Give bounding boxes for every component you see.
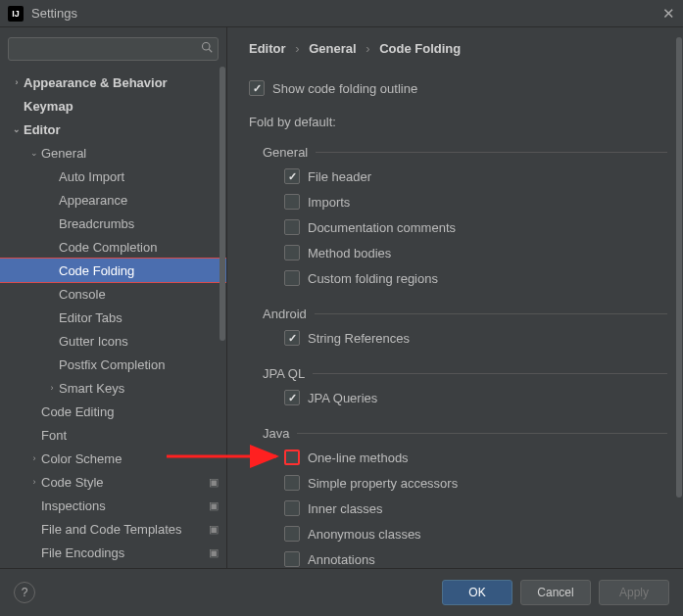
- fold-by-default-label: Fold by default:: [249, 115, 667, 129]
- checkbox[interactable]: [284, 168, 300, 184]
- search-input[interactable]: [8, 37, 219, 61]
- chevron-down-icon[interactable]: ⌄: [10, 124, 24, 134]
- tree-item-code-completion[interactable]: Code Completion: [0, 235, 226, 259]
- checkbox[interactable]: [284, 245, 300, 261]
- chevron-down-icon[interactable]: ⌄: [27, 148, 41, 158]
- option-file-header[interactable]: File header: [249, 164, 667, 189]
- checkbox[interactable]: [284, 270, 300, 286]
- tree-item-appearance-behavior[interactable]: ›Appearance & Behavior: [0, 71, 226, 94]
- settings-tree: ›Appearance & BehaviorKeymap⌄Editor⌄Gene…: [0, 71, 226, 568]
- chevron-right-icon: ›: [295, 41, 299, 56]
- tree-item-appearance[interactable]: Appearance: [0, 188, 226, 212]
- checkbox[interactable]: [284, 219, 300, 235]
- show-outline-row[interactable]: Show code folding outline: [249, 75, 667, 101]
- option-method-bodies[interactable]: Method bodies: [249, 240, 667, 265]
- tree-item-label: Color Scheme: [41, 451, 219, 466]
- tree-item-label: Code Folding: [59, 263, 219, 278]
- group-header-java: Java: [249, 426, 667, 441]
- option-label: Annotations: [308, 552, 375, 567]
- option-annotations[interactable]: Annotations: [249, 546, 667, 568]
- chevron-right-icon[interactable]: ›: [10, 77, 24, 87]
- scope-icon: ▣: [209, 523, 219, 536]
- tree-item-label: Gutter Icons: [59, 334, 219, 349]
- checkbox[interactable]: [284, 390, 300, 405]
- checkbox[interactable]: [284, 500, 300, 516]
- tree-item-color-scheme[interactable]: ›Color Scheme: [0, 447, 226, 470]
- group-title: Java: [263, 426, 289, 441]
- tree-item-keymap[interactable]: Keymap: [0, 94, 226, 118]
- option-label: Imports: [308, 195, 350, 210]
- cancel-button[interactable]: Cancel: [520, 580, 591, 605]
- tree-item-label: Font: [41, 428, 219, 443]
- option-simple-property-accessors[interactable]: Simple property accessors: [249, 470, 667, 496]
- breadcrumb-editor[interactable]: Editor: [249, 41, 286, 56]
- tree-item-breadcrumbs[interactable]: Breadcrumbs: [0, 212, 226, 235]
- option-custom-folding-regions[interactable]: Custom folding regions: [249, 265, 667, 291]
- tree-item-smart-keys[interactable]: ›Smart Keys: [0, 376, 226, 400]
- show-outline-checkbox[interactable]: [249, 80, 265, 96]
- option-label: String References: [308, 331, 410, 346]
- tree-item-label: Inspections: [41, 498, 209, 513]
- close-icon[interactable]: ✕: [662, 5, 675, 23]
- tree-item-label: File Encodings: [41, 545, 209, 560]
- chevron-right-icon: ›: [366, 41, 369, 56]
- tree-item-auto-import[interactable]: Auto Import: [0, 165, 226, 188]
- tree-item-editor-tabs[interactable]: Editor Tabs: [0, 306, 226, 329]
- tree-item-file-encodings[interactable]: File Encodings▣: [0, 541, 226, 564]
- tree-item-file-and-code-templates[interactable]: File and Code Templates▣: [0, 517, 226, 541]
- tree-item-code-style[interactable]: ›Code Style▣: [0, 470, 226, 494]
- divider: [297, 433, 667, 434]
- tree-item-font[interactable]: Font: [0, 423, 226, 447]
- ok-button[interactable]: OK: [442, 580, 512, 605]
- option-label: Custom folding regions: [308, 271, 438, 286]
- settings-tree-sidebar: ›Appearance & BehaviorKeymap⌄Editor⌄Gene…: [0, 27, 227, 568]
- help-button[interactable]: ?: [14, 582, 35, 603]
- content-scrollbar[interactable]: [675, 37, 683, 546]
- checkbox[interactable]: [284, 475, 300, 491]
- tree-item-gutter-icons[interactable]: Gutter Icons: [0, 329, 226, 353]
- group-header-android: Android: [249, 307, 667, 321]
- breadcrumb-general[interactable]: General: [309, 41, 356, 56]
- tree-item-label: General: [41, 146, 219, 161]
- chevron-right-icon[interactable]: ›: [27, 453, 41, 463]
- dialog-footer: ? OK Cancel Apply: [0, 568, 683, 615]
- option-string-references[interactable]: String References: [249, 325, 667, 351]
- option-label: Anonymous classes: [308, 527, 421, 542]
- tree-item-label: Appearance: [59, 193, 219, 208]
- chevron-right-icon[interactable]: ›: [45, 383, 59, 393]
- checkbox[interactable]: [284, 330, 300, 346]
- chevron-right-icon[interactable]: ›: [27, 477, 41, 487]
- option-jpa-queries[interactable]: JPA Queries: [249, 385, 667, 410]
- option-documentation-comments[interactable]: Documentation comments: [249, 214, 667, 240]
- option-one-line-methods[interactable]: One-line methods: [249, 445, 667, 470]
- tree-item-label: Keymap: [24, 99, 219, 114]
- sidebar-scrollbar[interactable]: [219, 67, 226, 360]
- group-header-jpa-ql: JPA QL: [249, 366, 667, 381]
- tree-item-editor[interactable]: ⌄Editor: [0, 118, 226, 141]
- checkbox[interactable]: [284, 526, 300, 542]
- checkbox[interactable]: [284, 551, 300, 567]
- tree-item-general[interactable]: ⌄General: [0, 141, 226, 165]
- scope-icon: ▣: [209, 476, 219, 489]
- option-anonymous-classes[interactable]: Anonymous classes: [249, 521, 667, 546]
- settings-content: Editor › General › Code Folding Show cod…: [227, 27, 683, 568]
- checkbox[interactable]: [284, 450, 300, 465]
- tree-item-label: Breadcrumbs: [59, 216, 219, 231]
- option-imports[interactable]: Imports: [249, 189, 667, 214]
- group-title: Android: [263, 307, 307, 321]
- tree-item-inspections[interactable]: Inspections▣: [0, 494, 226, 517]
- checkbox[interactable]: [284, 194, 300, 210]
- tree-item-label: Code Editing: [41, 404, 219, 419]
- tree-item-console[interactable]: Console: [0, 282, 226, 306]
- option-label: File header: [308, 169, 371, 184]
- tree-item-label: Editor: [24, 122, 219, 137]
- tree-item-code-editing[interactable]: Code Editing: [0, 400, 226, 423]
- option-inner-classes[interactable]: Inner classes: [249, 496, 667, 521]
- apply-button[interactable]: Apply: [599, 580, 669, 605]
- scope-icon: ▣: [209, 499, 219, 512]
- tree-item-postfix-completion[interactable]: Postfix Completion: [0, 353, 226, 376]
- tree-item-code-folding[interactable]: Code Folding: [0, 259, 226, 282]
- group-title: JPA QL: [263, 366, 305, 381]
- group-title: General: [263, 145, 308, 160]
- scope-icon: ▣: [209, 546, 219, 559]
